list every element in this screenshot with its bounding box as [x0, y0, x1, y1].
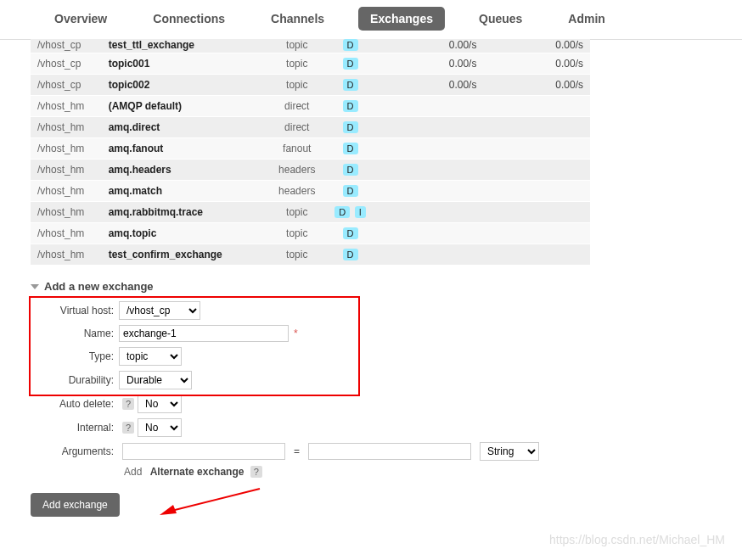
durable-badge: D — [343, 164, 358, 176]
cell-name[interactable]: amq.topic — [102, 223, 271, 244]
add-exchange-form: Virtual host: /vhost_cp Name: * Type: to… — [31, 301, 590, 517]
label-type: Type: — [31, 350, 119, 362]
arg-type-select[interactable]: String — [480, 442, 539, 461]
cell-type: topic — [270, 53, 323, 75]
arg-value-input[interactable] — [308, 443, 471, 460]
cell-name[interactable]: (AMQP default) — [102, 96, 271, 117]
table-row: /vhost_hmamq.matchheadersD — [31, 181, 590, 202]
cell-badges: D — [323, 117, 377, 138]
cell-rate-out — [483, 181, 590, 202]
cell-name[interactable]: topic002 — [102, 75, 271, 96]
internal-select[interactable]: No — [138, 418, 182, 437]
main-tabs: Overview Connections Channels Exchanges … — [0, 0, 742, 40]
add-exchange-button[interactable]: Add exchange — [31, 493, 120, 517]
cell-type: fanout — [270, 138, 323, 160]
cell-type: headers — [270, 181, 323, 202]
table-row: /vhost_hmamq.headersheadersD — [31, 160, 590, 181]
cell-vhost: /vhost_hm — [31, 96, 102, 117]
label-internal: Internal: — [31, 422, 119, 434]
cell-rate-in — [377, 223, 484, 244]
durable-badge: I — [355, 206, 366, 218]
durable-badge: D — [343, 58, 358, 70]
durable-badge: D — [343, 143, 358, 154]
label-name: Name: — [31, 328, 119, 339]
cell-badges: D — [323, 96, 377, 117]
cell-rate-in: 0.00/s — [377, 39, 484, 53]
tab-exchanges[interactable]: Exchanges — [358, 7, 445, 31]
table-row: /vhost_cptopic001topicD0.00/s0.00/s — [31, 53, 590, 75]
cell-rate-in — [377, 202, 484, 223]
table-row: /vhost_cptest_ttl_exchangetopicD0.00/s0.… — [31, 39, 590, 53]
durable-badge: D — [343, 79, 358, 91]
help-icon[interactable]: ? — [122, 398, 134, 410]
cell-badges: D I — [323, 202, 377, 223]
cell-type: topic — [270, 202, 323, 223]
arrow-annotation — [158, 484, 268, 517]
vhost-select[interactable]: /vhost_cp — [119, 301, 200, 320]
cell-rate-in: 0.00/s — [377, 75, 484, 96]
cell-badges: D — [323, 138, 377, 160]
cell-name[interactable]: test_confirm_exchange — [102, 244, 271, 266]
name-input[interactable] — [119, 325, 289, 342]
durable-badge: D — [334, 206, 350, 218]
cell-vhost: /vhost_hm — [31, 244, 102, 266]
add-exchange-header[interactable]: Add a new exchange — [31, 280, 590, 293]
table-row: /vhost_cptopic002topicD0.00/s0.00/s — [31, 75, 590, 96]
cell-rate-out: 0.00/s — [483, 39, 590, 53]
cell-rate-out: 0.00/s — [483, 75, 590, 96]
label-vhost: Virtual host: — [31, 305, 119, 316]
cell-rate-out — [483, 117, 590, 138]
cell-rate-in — [377, 244, 484, 266]
tab-channels[interactable]: Channels — [259, 7, 336, 31]
table-row: /vhost_hmamq.fanoutfanoutD — [31, 138, 590, 160]
cell-type: topic — [270, 39, 323, 53]
tab-queues[interactable]: Queues — [467, 7, 534, 31]
cell-rate-in: 0.00/s — [377, 53, 484, 75]
cell-rate-in — [377, 181, 484, 202]
cell-name[interactable]: test_ttl_exchange — [102, 39, 271, 53]
table-row: /vhost_hmamq.topictopicD — [31, 223, 590, 244]
add-argument-row: Add Alternate exchange ? — [124, 466, 590, 478]
arg-key-input[interactable] — [122, 443, 285, 460]
cell-vhost: /vhost_cp — [31, 39, 102, 53]
svg-marker-1 — [160, 505, 177, 515]
auto-delete-select[interactable]: No — [138, 395, 182, 413]
type-select[interactable]: topic — [119, 347, 182, 366]
cell-name[interactable]: amq.fanout — [102, 138, 271, 160]
table-row: /vhost_hmamq.rabbitmq.tracetopicD I — [31, 202, 590, 223]
cell-rate-in — [377, 96, 484, 117]
cell-badges: D — [323, 181, 377, 202]
table-row: /vhost_hmtest_confirm_exchangetopicD — [31, 244, 590, 266]
durable-badge: D — [343, 185, 358, 197]
cell-name[interactable]: topic001 — [102, 53, 271, 75]
table-row: /vhost_hm(AMQP default)directD — [31, 96, 590, 117]
tab-connections[interactable]: Connections — [141, 7, 237, 31]
durability-select[interactable]: Durable — [119, 371, 192, 389]
help-icon[interactable]: ? — [250, 466, 262, 478]
cell-vhost: /vhost_hm — [31, 138, 102, 160]
durable-badge: D — [343, 249, 358, 260]
tab-admin[interactable]: Admin — [556, 7, 617, 31]
tab-overview[interactable]: Overview — [42, 7, 119, 31]
cell-badges: D — [323, 39, 377, 53]
cell-badges: D — [323, 160, 377, 181]
cell-type: direct — [270, 117, 323, 138]
cell-vhost: /vhost_hm — [31, 181, 102, 202]
durable-badge: D — [343, 121, 358, 133]
cell-rate-out — [483, 244, 590, 266]
svg-line-0 — [168, 489, 260, 512]
durable-badge: D — [343, 100, 358, 112]
cell-type: direct — [270, 96, 323, 117]
cell-name[interactable]: amq.headers — [102, 160, 271, 181]
cell-name[interactable]: amq.direct — [102, 117, 271, 138]
cell-type: topic — [270, 75, 323, 96]
label-durability: Durability: — [31, 374, 119, 386]
cell-vhost: /vhost_cp — [31, 53, 102, 75]
cell-type: headers — [270, 160, 323, 181]
cell-vhost: /vhost_hm — [31, 202, 102, 223]
cell-name[interactable]: amq.rabbitmq.trace — [102, 202, 271, 223]
cell-name[interactable]: amq.match — [102, 181, 271, 202]
alternate-exchange-link[interactable]: Alternate exchange — [150, 466, 245, 478]
help-icon[interactable]: ? — [122, 422, 134, 434]
cell-type: topic — [270, 244, 323, 266]
